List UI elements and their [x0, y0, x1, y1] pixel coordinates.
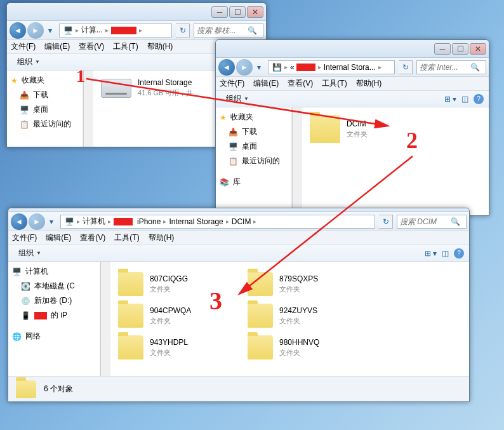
address-bar[interactable]: 🖥️▸ 计算机▸ iPhone▸ Internal Storage▸ DCIM▸: [60, 215, 375, 229]
drive-name: Internal Storage: [138, 78, 193, 87]
titlebar[interactable]: ─ ☐ ✕: [216, 40, 489, 58]
folder-item[interactable]: 807CIQGG文件夹: [116, 269, 242, 299]
folder-icon: [248, 304, 273, 328]
sidebar-desktop[interactable]: 🖥️桌面: [7, 102, 83, 117]
breadcrumb-computer[interactable]: 计算...: [79, 25, 105, 36]
sidebar-network[interactable]: 🌐网络: [8, 329, 100, 344]
sidebar-scrollbar[interactable]: [100, 262, 110, 376]
minimize-button[interactable]: ─: [434, 43, 451, 55]
search-box[interactable]: 🔍: [416, 60, 486, 74]
menu-help[interactable]: 帮助(H): [149, 232, 175, 243]
folder-item[interactable]: 943YHDPL文件夹: [116, 333, 242, 362]
history-dropdown[interactable]: ▾: [45, 24, 55, 37]
menu-file[interactable]: 文件(F): [11, 41, 36, 52]
breadcrumb-computer-icon[interactable]: 🖥️: [61, 26, 76, 35]
refresh-button[interactable]: ↻: [379, 215, 393, 229]
menu-file[interactable]: 文件(F): [12, 232, 37, 243]
folder-type: 文件夹: [150, 348, 188, 358]
drive-capacity: 41.6 GB 可用，共: [138, 88, 193, 98]
folder-item-dcim[interactable]: DCIM 文件夹: [307, 112, 460, 145]
menu-tools[interactable]: 工具(T): [322, 78, 347, 89]
back-button[interactable]: ◄: [218, 59, 235, 76]
menu-tools[interactable]: 工具(T): [113, 41, 138, 52]
menu-view[interactable]: 查看(V): [80, 232, 105, 243]
preview-pane-icon[interactable]: ◫: [442, 249, 449, 258]
sidebar-new-volume[interactable]: 💿新加卷 (D:): [8, 293, 100, 308]
preview-pane-icon[interactable]: ◫: [461, 95, 468, 104]
address-bar[interactable]: 💾▸ « ▸ Internal Stora...▸: [268, 60, 395, 74]
sidebar-recent[interactable]: 📋最近访问的: [7, 117, 83, 131]
search-box[interactable]: 🔍: [194, 24, 263, 37]
refresh-button[interactable]: ↻: [176, 24, 190, 37]
breadcrumb-redacted[interactable]: «: [288, 63, 318, 72]
close-button[interactable]: ✕: [247, 6, 263, 18]
menu-edit[interactable]: 编辑(E): [44, 41, 70, 52]
sidebar-iphone[interactable]: 📱的 iP: [8, 308, 100, 323]
help-icon[interactable]: ?: [474, 94, 484, 104]
sidebar-favorites[interactable]: ★收藏夹: [7, 73, 83, 88]
maximize-button[interactable]: ☐: [452, 43, 468, 55]
breadcrumb-internal-storage[interactable]: Internal Storage: [166, 217, 225, 226]
search-input[interactable]: [420, 63, 470, 72]
forward-button[interactable]: ►: [236, 59, 253, 76]
sidebar-desktop[interactable]: 🖥️桌面: [216, 139, 291, 154]
menu-tools[interactable]: 工具(T): [114, 232, 139, 243]
content-area: ★收藏夹 📥下载 🖥️桌面 📋最近访问的 📚库 DCIM 文件夹: [216, 107, 489, 215]
breadcrumb-redacted[interactable]: iPhone: [111, 217, 163, 226]
sidebar-scrollbar[interactable]: [83, 71, 93, 147]
organize-button[interactable]: 组织 ▼: [12, 55, 45, 69]
folder-name: 924ZUYVS: [279, 306, 317, 315]
menu-view[interactable]: 查看(V): [288, 78, 313, 89]
search-input[interactable]: [197, 26, 248, 35]
back-button[interactable]: ◄: [10, 22, 26, 39]
refresh-button[interactable]: ↻: [399, 60, 413, 74]
forward-button[interactable]: ►: [29, 213, 45, 230]
folder-item[interactable]: 924ZUYVS文件夹: [245, 301, 372, 330]
help-icon[interactable]: ?: [454, 248, 464, 259]
menu-view[interactable]: 查看(V): [79, 41, 104, 52]
address-bar[interactable]: 🖥️▸ 计算...▸ ▸: [59, 24, 172, 37]
breadcrumb-internal-storage[interactable]: Internal Stora...: [321, 63, 378, 72]
view-options-icon[interactable]: ⊞ ▾: [425, 249, 437, 258]
view-options-icon[interactable]: ⊞ ▾: [444, 95, 456, 104]
sidebar-libraries[interactable]: 📚库: [216, 175, 291, 189]
menu-edit[interactable]: 编辑(E): [46, 232, 71, 243]
history-dropdown[interactable]: ▾: [46, 215, 56, 228]
menu-help[interactable]: 帮助(H): [356, 78, 382, 89]
menu-help[interactable]: 帮助(H): [147, 41, 173, 52]
folder-icon: [118, 304, 143, 328]
sidebar-recent[interactable]: 📋最近访问的: [216, 154, 291, 168]
back-button[interactable]: ◄: [11, 213, 27, 230]
menu-edit[interactable]: 编辑(E): [253, 78, 279, 89]
download-icon: 📥: [229, 128, 238, 137]
close-button[interactable]: ✕: [470, 43, 486, 55]
breadcrumb-redacted[interactable]: [109, 27, 139, 34]
sidebar-computer[interactable]: 🖥️计算机: [8, 264, 100, 279]
sidebar-favorites[interactable]: ★收藏夹: [216, 110, 291, 124]
folder-type: 文件夹: [279, 348, 319, 358]
organize-button[interactable]: 组织 ▼: [13, 246, 46, 260]
breadcrumb-computer-icon[interactable]: 🖥️: [62, 217, 77, 226]
minimize-button[interactable]: ─: [211, 6, 228, 18]
breadcrumb-computer[interactable]: 计算机: [80, 216, 108, 227]
folder-item[interactable]: 904CPWQA文件夹: [116, 301, 242, 330]
folder-item[interactable]: 879SQXPS文件夹: [245, 269, 372, 299]
history-dropdown[interactable]: ▾: [254, 61, 264, 74]
search-box[interactable]: 🔍: [397, 215, 467, 229]
sidebar: ★收藏夹 📥下载 🖥️桌面 📋最近访问的: [7, 71, 83, 147]
folder-item[interactable]: 980HHNVQ文件夹: [245, 333, 372, 362]
breadcrumb-dcim[interactable]: DCIM: [229, 217, 254, 226]
sidebar-downloads[interactable]: 📥下载: [7, 88, 83, 102]
organize-button[interactable]: 组织 ▼: [221, 92, 254, 105]
menu-file[interactable]: 文件(F): [220, 78, 244, 89]
breadcrumb-drive-icon[interactable]: 💾: [270, 63, 284, 72]
sidebar-scrollbar[interactable]: [292, 107, 302, 215]
sidebar-local-disk[interactable]: 💽本地磁盘 (C: [8, 279, 100, 293]
sidebar-downloads[interactable]: 📥下载: [216, 124, 291, 139]
download-icon: 📥: [20, 91, 29, 100]
forward-button[interactable]: ►: [27, 22, 44, 39]
folder-icon: [310, 115, 340, 143]
titlebar[interactable]: ─ ☐ ✕: [7, 3, 266, 21]
search-input[interactable]: [400, 217, 451, 226]
maximize-button[interactable]: ☐: [229, 6, 246, 18]
